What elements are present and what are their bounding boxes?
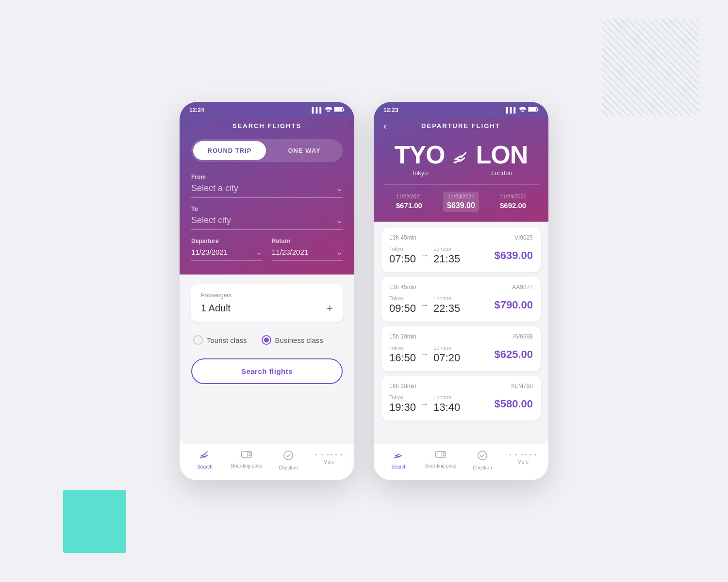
flight-cities-to-0: London 21:35 bbox=[433, 246, 460, 265]
flight-time-row-0: Tokyo 07:50 → London 21:35 bbox=[389, 246, 460, 265]
tourist-class-label: Tourist class bbox=[207, 336, 247, 344]
to-label: To bbox=[191, 206, 343, 212]
departure-select[interactable]: 11/23/2021 ⌄ bbox=[191, 247, 262, 261]
nav-more-2[interactable]: • • • More bbox=[509, 450, 538, 470]
nav-boarding-label-1: Boarding pass bbox=[231, 463, 262, 469]
flight-cities-to-3: London 13:40 bbox=[433, 394, 460, 414]
svg-rect-11 bbox=[529, 108, 536, 112]
flight-card-3[interactable]: 18h 10min KLM790 Tokyo 19:30 → London 13… bbox=[381, 376, 541, 420]
search-title: SEARCH FLIGHTS bbox=[191, 116, 343, 139]
status-icons-2: ▌▌▌ bbox=[506, 107, 539, 113]
depart-time-3: 19:30 bbox=[389, 401, 416, 414]
passengers-label: Passengers bbox=[201, 292, 333, 299]
flight-card-2[interactable]: 15h 30min AV6998 Tokvo 16:50 → London 07… bbox=[381, 326, 541, 371]
nav-boarding-1[interactable]: Boarding pass bbox=[231, 450, 262, 470]
search-flights-button[interactable]: Search flights bbox=[191, 358, 343, 384]
status-bar-1: 12:24 ▌▌▌ bbox=[180, 102, 354, 116]
svg-rect-3 bbox=[242, 452, 252, 457]
signal-bars-icon-2: ▌▌▌ bbox=[506, 107, 517, 113]
from-select[interactable]: Select a city ⌄ bbox=[191, 183, 343, 198]
departure-title: DEPARTURE FLIGHT bbox=[393, 122, 539, 129]
flight-arrow-icon-0: → bbox=[421, 251, 429, 260]
route-plane-icon bbox=[453, 151, 468, 168]
flight-card-top-2: 15h 30min AV6998 bbox=[389, 333, 533, 340]
flight-duration-0: 13h 45min bbox=[389, 234, 416, 241]
flight-cities-from-3: Tokyo 19:30 bbox=[389, 394, 416, 414]
arrive-time-1: 22:35 bbox=[433, 302, 460, 315]
nav-more-label-1: More bbox=[324, 459, 335, 465]
round-trip-button[interactable]: ROUND TRIP bbox=[193, 141, 266, 160]
nav-search-1[interactable]: Search bbox=[190, 450, 219, 470]
flight-card-1[interactable]: 13h 45min AA9877 Tokvo 09:50 → London 22… bbox=[381, 277, 541, 322]
add-passenger-button[interactable]: + bbox=[327, 303, 333, 314]
flight-code-2: AV6998 bbox=[513, 333, 533, 340]
flight-price-1: $790.00 bbox=[494, 299, 533, 311]
search-header: SEARCH FLIGHTS ROUND TRIP ONE WAY From S… bbox=[180, 116, 354, 275]
search-plane-icon bbox=[199, 450, 211, 462]
origin-name: Tokyo bbox=[395, 169, 445, 177]
to-city-1: London bbox=[433, 295, 460, 301]
svg-rect-1 bbox=[343, 109, 344, 111]
business-class-option[interactable]: Business class bbox=[262, 335, 323, 345]
from-label: From bbox=[191, 174, 343, 180]
nav-checkin-2[interactable]: Check-in bbox=[468, 450, 497, 470]
svg-rect-2 bbox=[334, 108, 342, 112]
flight-time-row-2: Tokvo 16:50 → London 07:20 bbox=[389, 345, 460, 364]
nav-search-label-2: Search bbox=[391, 464, 407, 469]
from-city-1: Tokvo bbox=[389, 295, 416, 301]
flight-list: 13h 45min VI9025 Tokyo 07:50 → London 21… bbox=[374, 222, 548, 444]
wifi-icon bbox=[325, 107, 332, 113]
svg-point-8 bbox=[284, 451, 293, 460]
departure-label: Departure bbox=[191, 238, 262, 244]
depart-time-0: 07:50 bbox=[389, 253, 416, 265]
svg-rect-10 bbox=[537, 109, 538, 111]
flight-card-0[interactable]: 13h 45min VI9025 Tokyo 07:50 → London 21… bbox=[381, 227, 541, 272]
teal-decoration bbox=[63, 490, 126, 553]
one-way-button[interactable]: ONE WAY bbox=[268, 141, 341, 160]
svg-point-17 bbox=[478, 451, 487, 460]
nav-checkin-label-1: Check-in bbox=[279, 465, 298, 470]
flight-time-row-1: Tokvo 09:50 → London 22:35 bbox=[389, 295, 460, 315]
arrive-time-3: 13:40 bbox=[433, 401, 460, 414]
svg-rect-12 bbox=[436, 452, 446, 457]
date-tab-2[interactable]: 11/24/2021 $692.00 bbox=[496, 192, 530, 212]
checkin-icon-2 bbox=[477, 450, 488, 463]
to-select[interactable]: Select city ⌄ bbox=[191, 215, 343, 230]
nav-boarding-label-2: Boarding pass bbox=[425, 463, 456, 469]
flight-arrow-icon-1: → bbox=[421, 301, 429, 309]
nav-more-1[interactable]: • • • More bbox=[314, 450, 344, 470]
date-tab-1[interactable]: 11/23/2021 $639.00 bbox=[443, 192, 479, 212]
departure-value: 11/23/2021 bbox=[191, 248, 228, 256]
return-select[interactable]: 11/23/2021 ⌄ bbox=[272, 247, 343, 261]
more-dots-icon-2: • • • bbox=[509, 450, 537, 457]
nav-boarding-2[interactable]: Boarding pass bbox=[425, 450, 456, 470]
flight-price-0: $639.00 bbox=[494, 249, 533, 262]
passengers-card: Passengers 1 Adult + bbox=[191, 284, 343, 322]
flight-card-bottom-1: Tokvo 09:50 → London 22:35 $790.00 bbox=[389, 295, 533, 315]
to-city-2: London bbox=[433, 345, 460, 351]
from-city-3: Tokyo bbox=[389, 394, 416, 400]
checkin-icon bbox=[283, 450, 294, 463]
flight-card-top-3: 18h 10min KLM790 bbox=[389, 383, 533, 389]
boarding-pass-icon-2 bbox=[435, 450, 447, 461]
from-field: From Select a city ⌄ bbox=[191, 174, 343, 198]
tourist-class-option[interactable]: Tourist class bbox=[193, 335, 247, 345]
date-tab-0[interactable]: 11/22/2021 $671.00 bbox=[392, 192, 426, 212]
tab-date-0: 11/22/2021 bbox=[396, 194, 422, 199]
wifi-icon-2 bbox=[519, 107, 526, 113]
date-row: Departure 11/23/2021 ⌄ Return 11/23/2021… bbox=[191, 238, 343, 261]
flight-duration-1: 13h 45min bbox=[389, 284, 416, 291]
return-value: 11/23/2021 bbox=[272, 248, 308, 256]
battery-icon bbox=[334, 107, 345, 113]
nav-checkin-1[interactable]: Check-in bbox=[274, 450, 303, 470]
return-field: Return 11/23/2021 ⌄ bbox=[272, 238, 343, 261]
destination-block: LON London bbox=[476, 142, 528, 177]
back-button[interactable]: ‹ bbox=[383, 120, 387, 131]
departure-phone: 12:23 ▌▌▌ ‹ DEPARTURE FLIGHT TYO Tokyo bbox=[374, 102, 548, 480]
nav-search-2[interactable]: Search bbox=[384, 450, 414, 470]
tab-date-2: 11/24/2021 bbox=[500, 194, 527, 199]
flight-duration-2: 15h 30min bbox=[389, 333, 416, 340]
flight-time-row-3: Tokyo 19:30 → London 13:40 bbox=[389, 394, 460, 414]
radio-inner-dot bbox=[264, 338, 269, 342]
origin-block: TYO Tokyo bbox=[395, 142, 445, 177]
